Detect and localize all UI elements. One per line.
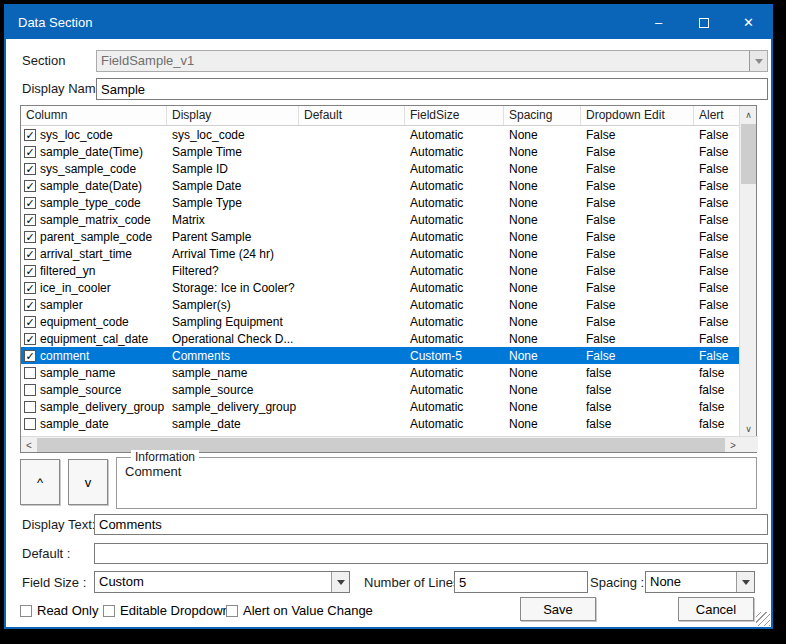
row-checkbox[interactable]: ✓: [24, 350, 36, 362]
row-checkbox[interactable]: [24, 367, 36, 379]
table-row[interactable]: ✓sample_date(Time)Sample TimeAutomaticNo…: [21, 143, 741, 160]
column-name: sample_date(Date): [40, 179, 142, 193]
table-row[interactable]: ✓commentCommentsCustom-5NoneFalseFalse: [21, 347, 741, 364]
cell-column: ✓comment: [21, 349, 167, 363]
alert-on-value-change-label: Alert on Value Change: [243, 603, 373, 618]
cell-alert: False: [694, 315, 741, 329]
cell-column: sample_date: [21, 417, 167, 431]
cell-display: Comments: [167, 349, 299, 363]
default-input[interactable]: [94, 543, 768, 564]
table-row[interactable]: ✓filtered_ynFiltered?AutomaticNoneFalseF…: [21, 262, 741, 279]
cell-alert: False: [694, 162, 741, 176]
cell-column: ✓equipment_cal_date: [21, 332, 167, 346]
cell-dropdown-edit: False: [581, 332, 694, 346]
row-checkbox[interactable]: ✓: [24, 146, 36, 158]
scroll-down-icon[interactable]: ∨: [740, 420, 757, 437]
table-row[interactable]: ✓sys_loc_codesys_loc_codeAutomaticNoneFa…: [21, 126, 741, 143]
save-button[interactable]: Save: [520, 597, 596, 621]
column-header-alert[interactable]: Alert: [694, 106, 741, 125]
cell-fieldsize: Automatic: [405, 400, 504, 414]
row-checkbox[interactable]: [24, 418, 36, 430]
information-text: Comment: [125, 464, 181, 479]
cell-fieldsize: Custom-5: [405, 349, 504, 363]
spacing-dropdown[interactable]: None: [645, 571, 755, 593]
checkbox-icon: [20, 605, 32, 617]
row-checkbox[interactable]: ✓: [24, 282, 36, 294]
cell-display: sample_date: [167, 417, 299, 431]
column-name: sample_matrix_code: [40, 213, 151, 227]
number-of-lines-input[interactable]: [454, 571, 588, 593]
cell-alert: False: [694, 230, 741, 244]
column-header-display[interactable]: Display: [167, 106, 299, 125]
column-header-fieldsize[interactable]: FieldSize: [405, 106, 504, 125]
dropdown-arrow-icon: [337, 580, 345, 585]
cell-alert: false: [694, 417, 741, 431]
table-row[interactable]: ✓equipment_codeSampling EquipmentAutomat…: [21, 313, 741, 330]
cell-column: ✓sampler: [21, 298, 167, 312]
column-name: comment: [40, 349, 89, 363]
table-row[interactable]: ✓arrival_start_timeArrival Time (24 hr)A…: [21, 245, 741, 262]
row-checkbox[interactable]: ✓: [24, 265, 36, 277]
column-header-column[interactable]: Column: [21, 106, 167, 125]
cell-alert: False: [694, 145, 741, 159]
row-checkbox[interactable]: ✓: [24, 231, 36, 243]
table-row[interactable]: ✓sample_matrix_codeMatrixAutomaticNoneFa…: [21, 211, 741, 228]
editable-dropdown-checkbox[interactable]: Editable Dropdown: [103, 603, 230, 618]
table-row[interactable]: ✓samplerSampler(s)AutomaticNoneFalseFals…: [21, 296, 741, 313]
row-checkbox[interactable]: [24, 384, 36, 396]
column-header-default[interactable]: Default: [299, 106, 405, 125]
close-button[interactable]: ✕: [726, 6, 771, 39]
table-row[interactable]: sample_delivery_groupsample_delivery_gro…: [21, 398, 741, 415]
row-checkbox[interactable]: ✓: [24, 248, 36, 260]
column-name: filtered_yn: [40, 264, 95, 278]
row-checkbox[interactable]: ✓: [24, 129, 36, 141]
columns-table: ColumnDisplayDefaultFieldSizeSpacingDrop…: [20, 105, 757, 453]
field-size-dropdown[interactable]: Custom: [94, 571, 350, 593]
table-row[interactable]: ✓equipment_cal_dateOperational Check D..…: [21, 330, 741, 347]
display-name-input[interactable]: [96, 78, 768, 100]
checkbox-icon: [103, 605, 115, 617]
cancel-button[interactable]: Cancel: [678, 597, 754, 621]
display-text-input[interactable]: [94, 514, 768, 535]
vertical-scroll-thumb[interactable]: [741, 124, 756, 184]
resize-grip-icon[interactable]: [756, 612, 770, 626]
section-dropdown-button: [749, 51, 767, 71]
move-up-button[interactable]: ^: [20, 459, 60, 505]
scroll-right-icon[interactable]: >: [725, 437, 741, 453]
scroll-left-icon[interactable]: <: [21, 437, 37, 453]
table-row[interactable]: ✓sample_date(Date)Sample DateAutomaticNo…: [21, 177, 741, 194]
row-checkbox[interactable]: ✓: [24, 333, 36, 345]
cell-alert: False: [694, 247, 741, 261]
row-checkbox[interactable]: ✓: [24, 180, 36, 192]
title-bar[interactable]: Data Section – ✕: [6, 6, 771, 39]
table-row[interactable]: sample_namesample_nameAutomaticNonefalse…: [21, 364, 741, 381]
dropdown-arrow-icon: [742, 580, 750, 585]
scroll-up-icon[interactable]: ∧: [740, 106, 757, 123]
row-checkbox[interactable]: ✓: [24, 299, 36, 311]
row-checkbox[interactable]: ✓: [24, 163, 36, 175]
row-checkbox[interactable]: ✓: [24, 214, 36, 226]
row-checkbox[interactable]: ✓: [24, 316, 36, 328]
cell-spacing: None: [504, 162, 581, 176]
table-row[interactable]: ✓ice_in_coolerStorage: Ice in Cooler?Aut…: [21, 279, 741, 296]
move-down-button[interactable]: v: [68, 459, 108, 505]
column-header-dropdown-edit[interactable]: Dropdown Edit: [581, 106, 694, 125]
row-checkbox[interactable]: ✓: [24, 197, 36, 209]
table-row[interactable]: sample_datesample_dateAutomaticNonefalse…: [21, 415, 741, 432]
maximize-button[interactable]: [681, 6, 726, 39]
table-row[interactable]: ✓sys_sample_codeSample IDAutomaticNoneFa…: [21, 160, 741, 177]
column-header-spacing[interactable]: Spacing: [504, 106, 581, 125]
table-row[interactable]: ✓parent_sample_codeParent SampleAutomati…: [21, 228, 741, 245]
move-down-icon: v: [85, 475, 92, 490]
row-checkbox[interactable]: [24, 401, 36, 413]
table-row[interactable]: sample_sourcesample_sourceAutomaticNonef…: [21, 381, 741, 398]
read-only-checkbox[interactable]: Read Only: [20, 603, 98, 618]
cell-alert: False: [694, 264, 741, 278]
field-size-dropdown-button[interactable]: [331, 572, 349, 592]
spacing-dropdown-button[interactable]: [736, 572, 754, 592]
cell-column: ✓sys_sample_code: [21, 162, 167, 176]
table-row[interactable]: ✓sample_type_codeSample TypeAutomaticNon…: [21, 194, 741, 211]
alert-on-value-change-checkbox[interactable]: Alert on Value Change: [226, 603, 373, 618]
vertical-scrollbar[interactable]: ∧ ∨: [739, 106, 756, 437]
minimize-button[interactable]: –: [636, 6, 681, 39]
